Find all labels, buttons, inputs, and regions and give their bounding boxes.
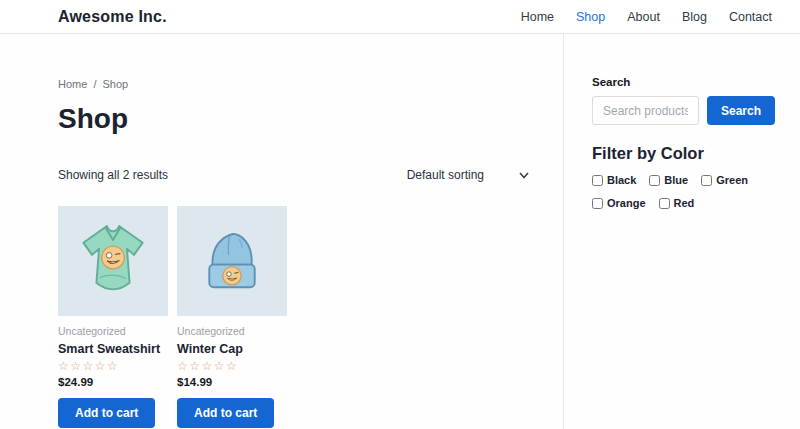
chevron-down-icon: [518, 169, 530, 181]
tshirt-illustration-icon: [65, 213, 161, 309]
product-card-winter-cap: Uncategorized Winter Cap ☆☆☆☆☆ $14.99 Ad…: [177, 206, 287, 428]
color-checkbox-black[interactable]: [592, 175, 603, 186]
color-option-orange[interactable]: Orange: [592, 197, 646, 209]
color-label: Red: [674, 197, 695, 209]
color-checkbox-red[interactable]: [659, 198, 670, 209]
product-rating-stars: ☆☆☆☆☆: [58, 359, 168, 373]
nav-item-contact[interactable]: Contact: [729, 10, 772, 24]
color-option-black[interactable]: Black: [592, 174, 636, 186]
add-to-cart-button-sweatshirt[interactable]: Add to cart: [58, 398, 155, 428]
color-label: Green: [716, 174, 748, 186]
color-checkbox-green[interactable]: [701, 175, 712, 186]
search-widget-title: Search: [592, 76, 775, 88]
filter-by-color-title: Filter by Color: [592, 144, 775, 163]
breadcrumb-current: Shop: [103, 78, 129, 90]
search-button[interactable]: Search: [707, 96, 775, 125]
color-filter-options: Black Blue Green Orange Red: [592, 174, 774, 209]
product-price: $14.99: [177, 376, 287, 388]
nav-item-shop[interactable]: Shop: [576, 10, 605, 24]
page-body: Home / Shop Shop Showing all 2 results D…: [0, 34, 800, 429]
search-input[interactable]: [592, 96, 699, 125]
color-checkbox-orange[interactable]: [592, 198, 603, 209]
product-category: Uncategorized: [177, 325, 287, 337]
page-title: Shop: [58, 103, 530, 135]
product-card-smart-sweatshirt: Uncategorized Smart Sweatshirt ☆☆☆☆☆ $24…: [58, 206, 168, 428]
product-grid: Uncategorized Smart Sweatshirt ☆☆☆☆☆ $24…: [58, 206, 530, 428]
nav-item-home[interactable]: Home: [521, 10, 554, 24]
color-label: Orange: [607, 197, 646, 209]
site-header: Awesome Inc. Home Shop About Blog Contac…: [0, 0, 800, 34]
results-count: Showing all 2 results: [58, 168, 168, 182]
results-row: Showing all 2 results Default sorting: [58, 168, 530, 182]
product-name[interactable]: Smart Sweatshirt: [58, 342, 168, 356]
sidebar: Search Search Filter by Color Black Blue…: [563, 34, 800, 429]
color-label: Black: [607, 174, 636, 186]
breadcrumb-separator: /: [93, 78, 96, 90]
brand-logo[interactable]: Awesome Inc.: [58, 8, 167, 26]
color-option-blue[interactable]: Blue: [649, 174, 688, 186]
breadcrumb: Home / Shop: [58, 78, 530, 90]
main-content: Home / Shop Shop Showing all 2 results D…: [0, 34, 563, 429]
beanie-illustration-icon: [184, 213, 280, 309]
add-to-cart-button-winter-cap[interactable]: Add to cart: [177, 398, 274, 428]
color-option-red[interactable]: Red: [659, 197, 695, 209]
main-nav: Home Shop About Blog Contact: [521, 10, 772, 24]
nav-item-about[interactable]: About: [627, 10, 660, 24]
product-image-beanie[interactable]: [177, 206, 287, 316]
color-label: Blue: [664, 174, 688, 186]
nav-item-blog[interactable]: Blog: [682, 10, 707, 24]
product-price: $24.99: [58, 376, 168, 388]
product-name[interactable]: Winter Cap: [177, 342, 287, 356]
product-category: Uncategorized: [58, 325, 168, 337]
sort-dropdown-value: Default sorting: [407, 168, 484, 182]
search-row: Search: [592, 96, 775, 125]
product-image-tshirt[interactable]: [58, 206, 168, 316]
color-option-green[interactable]: Green: [701, 174, 748, 186]
sort-dropdown[interactable]: Default sorting: [407, 168, 530, 182]
color-checkbox-blue[interactable]: [649, 175, 660, 186]
breadcrumb-home-link[interactable]: Home: [58, 78, 87, 90]
product-rating-stars: ☆☆☆☆☆: [177, 359, 287, 373]
